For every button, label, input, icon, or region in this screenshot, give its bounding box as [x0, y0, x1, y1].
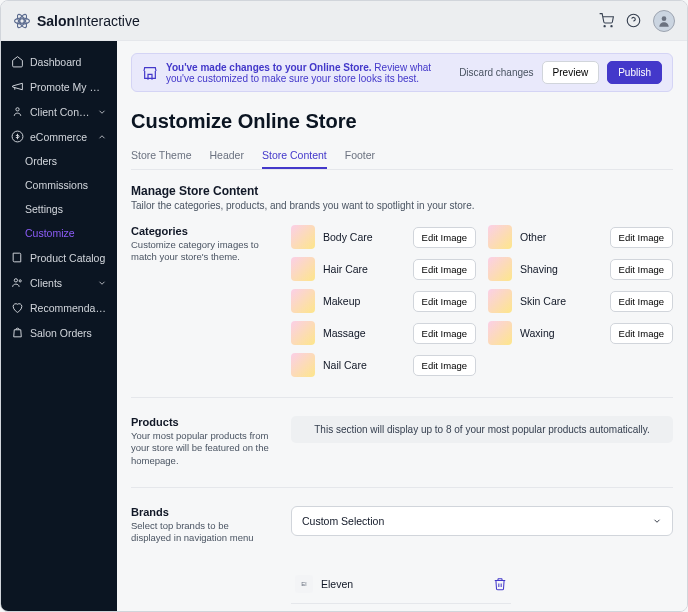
chevron-up-icon — [97, 132, 107, 142]
sidebar-item-orders[interactable]: Orders — [1, 149, 117, 173]
category-massage: MassageEdit Image — [291, 321, 476, 345]
trash-icon[interactable] — [493, 577, 507, 591]
sidebar-item-label: Client Connect — [30, 106, 91, 118]
category-image — [291, 353, 315, 377]
sidebar: DashboardPromote My StoreClient Connecte… — [1, 41, 117, 611]
users-icon — [11, 105, 24, 118]
svg-point-12 — [19, 280, 21, 282]
edit-image-button[interactable]: Edit Image — [610, 323, 673, 344]
sidebar-item-label: Settings — [25, 203, 107, 215]
help-icon[interactable] — [626, 13, 641, 28]
products-descr: Your most popular products from your sto… — [131, 430, 271, 467]
dollar-icon — [11, 130, 24, 143]
sidebar-item-settings[interactable]: Settings — [1, 197, 117, 221]
brand-suffix: Interactive — [75, 13, 140, 29]
category-image — [291, 225, 315, 249]
brand: SalonInteractive — [13, 12, 140, 30]
sidebar-item-dashboard[interactable]: Dashboard — [1, 49, 117, 74]
avatar[interactable] — [653, 10, 675, 32]
sidebar-item-commissions[interactable]: Commissions — [1, 173, 117, 197]
brands-select[interactable]: Custom Selection — [291, 506, 673, 536]
heart-icon — [11, 301, 24, 314]
sidebar-item-label: Customize — [25, 227, 107, 239]
sidebar-item-ecommerce[interactable]: eCommerce — [1, 124, 117, 149]
category-label: Other — [520, 231, 602, 243]
home-icon — [11, 55, 24, 68]
edit-image-button[interactable]: Edit Image — [610, 227, 673, 248]
products-notice: This section will display up to 8 of you… — [291, 416, 673, 443]
sidebar-item-label: eCommerce — [30, 131, 91, 143]
category-body-care: Body CareEdit Image — [291, 225, 476, 249]
sidebar-item-promote-my-store[interactable]: Promote My Store — [1, 74, 117, 99]
cart-icon[interactable] — [599, 13, 614, 28]
category-image — [488, 225, 512, 249]
category-shaving: ShavingEdit Image — [488, 257, 673, 281]
categories-descr: Customize category images to match your … — [131, 239, 271, 264]
category-image — [291, 289, 315, 313]
bag-icon — [11, 326, 24, 339]
changes-banner: You've made changes to your Online Store… — [131, 53, 673, 92]
category-label: Body Care — [323, 231, 405, 243]
category-other: OtherEdit Image — [488, 225, 673, 249]
sidebar-item-label: Salon Orders — [30, 327, 107, 339]
sidebar-item-label: Commissions — [25, 179, 107, 191]
brands-title: Brands — [131, 506, 271, 518]
sidebar-item-label: Dashboard — [30, 56, 107, 68]
sidebar-item-clients[interactable]: Clients — [1, 270, 117, 295]
edit-image-button[interactable]: Edit Image — [610, 259, 673, 280]
svg-point-6 — [627, 14, 640, 27]
megaphone-icon — [11, 80, 24, 93]
edit-image-button[interactable]: Edit Image — [413, 259, 476, 280]
category-label: Hair Care — [323, 263, 405, 275]
sidebar-item-client-connect[interactable]: Client Connect — [1, 99, 117, 124]
category-image — [488, 289, 512, 313]
tab-header[interactable]: Header — [210, 143, 244, 169]
chevron-down-icon — [97, 107, 107, 117]
tab-footer[interactable]: Footer — [345, 143, 375, 169]
preview-button[interactable]: Preview — [542, 61, 600, 84]
brand-row: ElEleven — [291, 565, 511, 604]
brand-name: Eleven — [321, 578, 485, 590]
section-title: Manage Store Content — [131, 184, 673, 198]
category-label: Waxing — [520, 327, 602, 339]
products-title: Products — [131, 416, 271, 428]
brands-select-value: Custom Selection — [302, 515, 384, 527]
category-label: Skin Care — [520, 295, 602, 307]
sidebar-item-customize[interactable]: Customize — [1, 221, 117, 245]
divider — [131, 397, 673, 398]
category-image — [291, 321, 315, 345]
tab-theme[interactable]: Store Theme — [131, 143, 192, 169]
logo-icon — [13, 12, 31, 30]
category-image — [291, 257, 315, 281]
store-icon — [142, 65, 158, 81]
tabs: Store ThemeHeaderStore ContentFooter — [131, 143, 673, 170]
category-waxing: WaxingEdit Image — [488, 321, 673, 345]
category-makeup: MakeupEdit Image — [291, 289, 476, 313]
svg-point-8 — [662, 16, 667, 21]
tab-content[interactable]: Store Content — [262, 143, 327, 169]
edit-image-button[interactable]: Edit Image — [413, 323, 476, 344]
sidebar-item-recommendations[interactable]: Recommendations — [1, 295, 117, 320]
category-skin-care: Skin CareEdit Image — [488, 289, 673, 313]
brand-row: KEKEVIN.MURPHY — [291, 604, 511, 611]
edit-image-button[interactable]: Edit Image — [413, 291, 476, 312]
svg-point-4 — [604, 26, 605, 27]
section-subtitle: Tailor the categories, products, and bra… — [131, 200, 673, 211]
brands-descr: Select top brands to be displayed in nav… — [131, 520, 271, 545]
edit-image-button[interactable]: Edit Image — [413, 355, 476, 376]
publish-button[interactable]: Publish — [607, 61, 662, 84]
sidebar-item-salon-orders[interactable]: Salon Orders — [1, 320, 117, 345]
chevron-down-icon — [97, 278, 107, 288]
category-image — [488, 321, 512, 345]
banner-lead: You've made changes to your Online Store… — [166, 62, 372, 73]
sidebar-item-label: Product Catalog — [30, 252, 107, 264]
category-label: Shaving — [520, 263, 602, 275]
svg-point-9 — [16, 108, 19, 111]
categories-title: Categories — [131, 225, 271, 237]
edit-image-button[interactable]: Edit Image — [610, 291, 673, 312]
sidebar-item-product-catalog[interactable]: Product Catalog — [1, 245, 117, 270]
category-label: Nail Care — [323, 359, 405, 371]
discard-link[interactable]: Discard changes — [459, 67, 533, 78]
edit-image-button[interactable]: Edit Image — [413, 227, 476, 248]
category-image — [488, 257, 512, 281]
